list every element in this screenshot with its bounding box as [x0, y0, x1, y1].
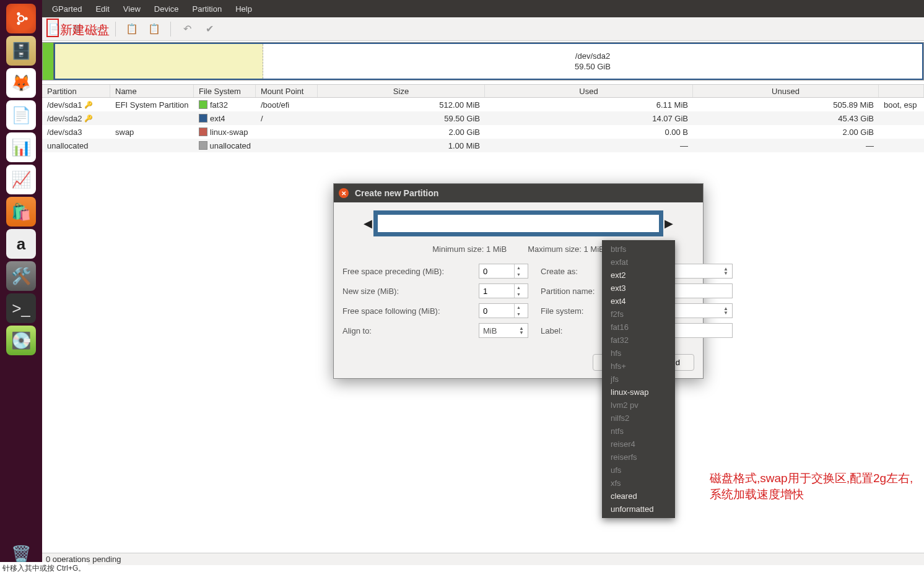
cell-flags	[879, 131, 924, 133]
launcher-amazon[interactable]: a	[6, 229, 36, 259]
col-name[interactable]: Name	[110, 85, 194, 97]
launcher-terminal[interactable]: >_	[6, 293, 36, 323]
input-free-following-field[interactable]	[479, 305, 514, 317]
fs-option-ext3[interactable]: ext3	[602, 282, 675, 295]
fs-swatch-icon	[199, 128, 207, 136]
cell-size: 2.00 GiB	[318, 126, 485, 138]
table-row[interactable]: /dev/sda3swaplinux-swap2.00 GiB0.00 B2.0…	[42, 125, 924, 139]
svg-point-1	[25, 17, 28, 20]
col-partition[interactable]: Partition	[42, 85, 110, 97]
min-size-label: Minimum size: 1 MiB	[432, 244, 507, 254]
cell-flags: boot, esp	[879, 99, 924, 111]
cell-fs: fat32	[194, 99, 256, 111]
col-unused[interactable]: Unused	[693, 85, 879, 97]
paste-button[interactable]: 📋	[146, 20, 163, 38]
copy-button[interactable]: 📋	[123, 20, 141, 38]
launcher-files[interactable]: 🗄️	[6, 36, 36, 66]
launcher-calc[interactable]: 📊	[6, 132, 36, 162]
col-used[interactable]: Used	[485, 85, 693, 97]
cell-used: 14.07 GiB	[485, 113, 693, 124]
fs-option-cleared[interactable]: cleared	[602, 490, 675, 503]
table-row[interactable]: /dev/sda1 🔑EFI System Partitionfat32/boo…	[42, 98, 924, 111]
close-icon[interactable]: ✕	[339, 188, 349, 198]
col-size[interactable]: Size	[318, 85, 485, 97]
fs-option-ext4[interactable]: ext4	[602, 295, 675, 308]
cell-partition: /dev/sda3	[42, 126, 110, 138]
cell-unused: —	[693, 140, 879, 152]
spin-up-icon[interactable]: ▲	[515, 284, 523, 291]
cell-size: 1.00 MiB	[318, 140, 485, 152]
fs-option-reiser4: reiser4	[602, 438, 675, 451]
fs-option-ufs: ufs	[602, 464, 675, 477]
filesystem-dropdown[interactable]: btrfsexfatext2ext3ext4f2fsfat16fat32hfsh…	[602, 240, 675, 518]
table-row[interactable]: /dev/sda2 🔑ext4/59.50 GiB14.07 GiB45.43 …	[42, 111, 924, 125]
input-new-size[interactable]: ▲▼	[479, 283, 528, 298]
spin-up-icon[interactable]: ▲	[515, 264, 523, 271]
cell-mount: /boot/efi	[256, 99, 318, 111]
chevron-updown-icon: ▲▼	[519, 326, 524, 335]
label-new-size: New size (MiB):	[342, 287, 466, 296]
disk-map-label: /dev/sda2 59.50 GiB	[263, 44, 922, 79]
disk-map-size: 59.50 GiB	[575, 62, 611, 71]
fs-option-ext2[interactable]: ext2	[602, 269, 675, 282]
label-free-preceding: Free space preceding (MiB):	[342, 267, 466, 276]
menubar: GParted Edit View Device Partition Help	[42, 0, 924, 17]
undo-button[interactable]: ↶	[178, 20, 196, 38]
launcher-settings[interactable]: 🛠️	[6, 261, 36, 291]
menu-device[interactable]: Device	[148, 2, 185, 16]
disk-map-sda1[interactable]	[43, 43, 54, 80]
launcher-firefox[interactable]: 🦊	[6, 68, 36, 98]
fs-option-hfs-: hfs+	[602, 360, 675, 373]
slider-track[interactable]	[373, 210, 663, 236]
col-flags[interactable]	[879, 85, 924, 97]
fs-option-btrfs: btrfs	[602, 243, 675, 256]
fs-option-unformatted[interactable]: unformatted	[602, 503, 675, 516]
fs-option-jfs: jfs	[602, 373, 675, 386]
cell-size: 512.00 MiB	[318, 99, 485, 111]
input-new-size-field[interactable]	[479, 285, 514, 297]
spin-down-icon[interactable]: ▼	[515, 291, 523, 298]
fs-option-hfs: hfs	[602, 347, 675, 360]
menu-partition[interactable]: Partition	[186, 2, 229, 16]
menu-gparted[interactable]: GParted	[46, 2, 88, 16]
spin-down-icon[interactable]: ▼	[515, 271, 523, 278]
annotation-swap-note: 磁盘格式,swap用于交换区,配置2g左右,系统加载速度增快	[710, 470, 924, 503]
launcher-software[interactable]: 🛍️	[6, 197, 36, 227]
menu-help[interactable]: Help	[229, 2, 258, 16]
label-align: Align to:	[342, 326, 466, 335]
input-free-following[interactable]: ▲▼	[479, 303, 528, 318]
menu-edit[interactable]: Edit	[89, 2, 115, 16]
launcher-impress[interactable]: 📈	[6, 165, 36, 194]
launcher-writer[interactable]: 📄	[6, 100, 36, 130]
spin-up-icon[interactable]: ▲	[515, 304, 523, 311]
cell-unused: 45.43 GiB	[693, 113, 879, 124]
partition-table-header: Partition Name File System Mount Point S…	[42, 84, 924, 98]
table-row[interactable]: unallocatedunallocated1.00 MiB——	[42, 139, 924, 152]
menu-view[interactable]: View	[117, 2, 147, 16]
apply-button[interactable]: ✔	[201, 20, 218, 38]
fs-option-exfat: exfat	[602, 256, 675, 269]
dialog-title-text: Create new Partition	[355, 188, 438, 198]
col-mount[interactable]: Mount Point	[256, 85, 318, 97]
dialog-titlebar[interactable]: ✕ Create new Partition	[334, 184, 703, 202]
slider-right-arrow-icon[interactable]: ▶	[663, 217, 674, 230]
cell-flags	[879, 117, 924, 119]
disk-map-used	[55, 44, 263, 79]
launcher-gparted[interactable]: 💽	[6, 326, 36, 355]
input-free-preceding[interactable]: ▲▼	[479, 264, 528, 279]
spin-down-icon[interactable]: ▼	[515, 311, 523, 318]
fs-option-linux-swap[interactable]: linux-swap	[602, 386, 675, 399]
disk-map[interactable]: /dev/sda2 59.50 GiB	[42, 42, 924, 80]
slider-left-arrow-icon[interactable]: ◀	[362, 217, 373, 230]
disk-map-sda2[interactable]: /dev/sda2 59.50 GiB	[54, 43, 923, 80]
cell-partition: /dev/sda1 🔑	[42, 99, 110, 111]
partition-slider[interactable]: ◀ ▶	[362, 209, 674, 238]
launcher-dash[interactable]	[6, 4, 36, 33]
toolbar-separator	[170, 22, 171, 37]
cell-partition: unallocated	[42, 140, 110, 152]
combo-align[interactable]: MiB▲▼	[479, 323, 528, 338]
cell-used: —	[485, 140, 693, 152]
input-free-preceding-field[interactable]	[479, 266, 514, 277]
col-fs[interactable]: File System	[194, 85, 256, 97]
fs-swatch-icon	[199, 100, 207, 109]
